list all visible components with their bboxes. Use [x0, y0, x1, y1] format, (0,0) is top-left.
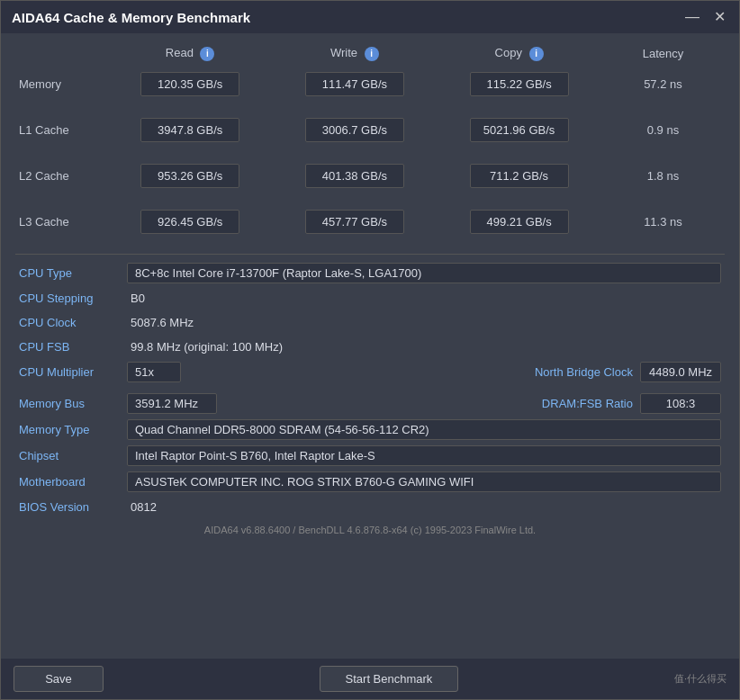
cpu-multiplier-value: 51x: [127, 362, 181, 382]
copy-value: 499.21 GB/s: [470, 210, 569, 234]
save-button[interactable]: Save: [14, 666, 104, 692]
row-label: L1 Cache: [15, 112, 108, 148]
write-cell: 111.47 GB/s: [273, 67, 438, 102]
write-cell: 457.77 GB/s: [273, 204, 438, 239]
read-cell: 3947.8 GB/s: [108, 112, 273, 148]
latency-cell: 57.2 ns: [601, 67, 725, 102]
window-title: AIDA64 Cache & Memory Benchmark: [12, 10, 250, 25]
chipset-label: Chipset: [19, 449, 127, 462]
cpu-multiplier-row: CPU Multiplier 51x North Bridge Clock 44…: [15, 359, 725, 385]
copy-cell: 499.21 GB/s: [437, 204, 601, 239]
read-cell: 926.45 GB/s: [108, 204, 273, 239]
read-value: 953.26 GB/s: [140, 164, 239, 188]
write-header: Write i: [273, 42, 438, 67]
info-section: CPU Type 8C+8c Intel Core i7-13700F (Rap…: [15, 260, 725, 519]
table-row: L2 Cache953.26 GB/s401.38 GB/s711.2 GB/s…: [15, 158, 725, 193]
chipset-value: Intel Raptor Point-S B760, Intel Raptor …: [127, 445, 721, 466]
table-row: L3 Cache926.45 GB/s457.77 GB/s499.21 GB/…: [15, 204, 725, 239]
main-window: AIDA64 Cache & Memory Benchmark — ✕ Read…: [0, 0, 740, 700]
window-controls: — ✕: [683, 8, 728, 26]
table-row: L1 Cache3947.8 GB/s3006.7 GB/s5021.96 GB…: [15, 112, 725, 148]
cpu-type-row: CPU Type 8C+8c Intel Core i7-13700F (Rap…: [15, 260, 725, 286]
bios-label: BIOS Version: [19, 500, 127, 514]
multiplier-left: CPU Multiplier 51x: [19, 362, 370, 382]
copy-cell: 5021.96 GB/s: [437, 112, 601, 148]
copy-value: 115.22 GB/s: [470, 72, 569, 96]
cpu-fsb-label: CPU FSB: [19, 340, 127, 354]
latency-header: Latency: [601, 42, 725, 67]
latency-cell: 11.3 ns: [601, 204, 725, 239]
read-cell: 953.26 GB/s: [108, 158, 273, 193]
watermark-text: 值·什么得买: [674, 672, 726, 686]
empty-header: [15, 42, 108, 67]
memory-type-value: Quad Channel DDR5-8000 SDRAM (54-56-56-1…: [127, 419, 721, 440]
close-button[interactable]: ✕: [710, 8, 728, 26]
cpu-stepping-row: CPU Stepping B0: [15, 286, 725, 310]
memory-type-row: Memory Type Quad Channel DDR5-8000 SDRAM…: [15, 417, 725, 443]
memory-type-label: Memory Type: [19, 423, 127, 436]
chipset-row: Chipset Intel Raptor Point-S B760, Intel…: [15, 443, 725, 469]
north-bridge-right: North Bridge Clock 4489.0 MHz: [370, 362, 721, 382]
cpu-clock-label: CPU Clock: [19, 316, 127, 329]
dram-fsb-value: 108:3: [640, 393, 721, 414]
write-value: 3006.7 GB/s: [305, 118, 404, 142]
memory-bus-left: Memory Bus 3591.2 MHz: [19, 393, 370, 414]
memory-bus-row: Memory Bus 3591.2 MHz DRAM:FSB Ratio 108…: [15, 390, 725, 417]
copy-info-icon[interactable]: i: [529, 47, 544, 61]
copy-cell: 711.2 GB/s: [437, 158, 601, 193]
start-benchmark-button[interactable]: Start Benchmark: [320, 666, 459, 692]
minimize-button[interactable]: —: [683, 8, 701, 26]
table-spacer: [15, 193, 725, 204]
table-spacer: [15, 102, 725, 112]
latency-cell: 1.8 ns: [601, 158, 725, 193]
latency-cell: 0.9 ns: [601, 112, 725, 148]
copy-header: Copy i: [437, 42, 601, 67]
write-cell: 401.38 GB/s: [273, 158, 438, 193]
motherboard-row: Motherboard ASUSTeK COMPUTER INC. ROG ST…: [15, 469, 725, 495]
read-value: 3947.8 GB/s: [140, 118, 239, 142]
divider-1: [15, 254, 725, 255]
table-spacer: [15, 148, 725, 158]
write-value: 401.38 GB/s: [305, 164, 404, 188]
bios-value: 0812: [127, 498, 721, 516]
table-row: Memory120.35 GB/s111.47 GB/s115.22 GB/s5…: [15, 67, 725, 102]
motherboard-value: ASUSTeK COMPUTER INC. ROG STRIX B760-G G…: [127, 471, 721, 492]
row-label: L3 Cache: [15, 204, 108, 239]
cpu-fsb-row: CPU FSB 99.8 MHz (original: 100 MHz): [15, 335, 725, 359]
write-value: 111.47 GB/s: [305, 72, 404, 96]
dram-fsb-label: DRAM:FSB Ratio: [542, 397, 633, 410]
motherboard-label: Motherboard: [19, 475, 127, 489]
main-content: Read i Write i Copy i Latency: [1, 33, 739, 659]
cpu-fsb-value: 99.8 MHz (original: 100 MHz): [127, 337, 721, 356]
cpu-type-value: 8C+8c Intel Core i7-13700F (Raptor Lake-…: [127, 263, 721, 283]
footer-text: AIDA64 v6.88.6400 / BenchDLL 4.6.876.8-x…: [15, 519, 725, 539]
row-label: L2 Cache: [15, 158, 108, 193]
read-value: 926.45 GB/s: [140, 210, 239, 234]
cpu-type-label: CPU Type: [19, 266, 127, 280]
memory-bus-value: 3591.2 MHz: [127, 393, 217, 414]
north-bridge-label: North Bridge Clock: [535, 365, 633, 379]
bios-row: BIOS Version 0812: [15, 495, 725, 519]
cpu-multiplier-label: CPU Multiplier: [19, 365, 127, 379]
cpu-stepping-value: B0: [127, 289, 721, 308]
benchmark-table: Read i Write i Copy i Latency: [15, 42, 725, 239]
write-info-icon[interactable]: i: [365, 47, 379, 61]
title-bar: AIDA64 Cache & Memory Benchmark — ✕: [1, 1, 739, 33]
cpu-stepping-label: CPU Stepping: [19, 292, 127, 305]
copy-cell: 115.22 GB/s: [437, 67, 601, 102]
read-info-icon[interactable]: i: [200, 47, 214, 61]
cpu-clock-row: CPU Clock 5087.6 MHz: [15, 310, 725, 335]
bottom-bar: Save Start Benchmark 值·什么得买: [1, 659, 739, 699]
copy-value: 5021.96 GB/s: [470, 118, 569, 142]
cpu-clock-value: 5087.6 MHz: [127, 313, 721, 332]
read-cell: 120.35 GB/s: [108, 67, 273, 102]
dram-fsb-right: DRAM:FSB Ratio 108:3: [370, 393, 721, 414]
row-label: Memory: [15, 67, 108, 102]
write-value: 457.77 GB/s: [305, 210, 404, 234]
copy-value: 711.2 GB/s: [470, 164, 569, 188]
read-header: Read i: [108, 42, 273, 67]
north-bridge-value: 4489.0 MHz: [640, 362, 721, 382]
read-value: 120.35 GB/s: [140, 72, 239, 96]
write-cell: 3006.7 GB/s: [273, 112, 438, 148]
memory-bus-label: Memory Bus: [19, 397, 127, 410]
